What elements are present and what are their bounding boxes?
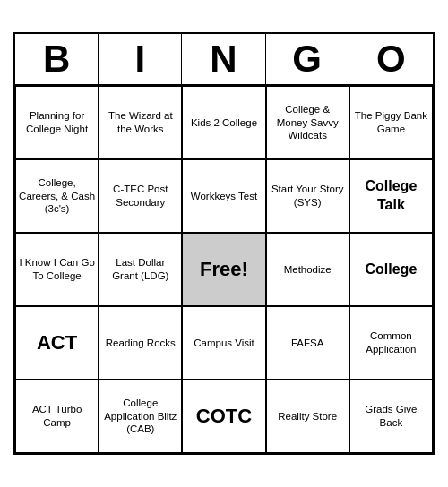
bingo-letter-i: I	[99, 34, 182, 84]
bingo-cell-22: COTC	[182, 380, 265, 453]
bingo-cell-6: C-TEC Post Secondary	[99, 159, 182, 233]
bingo-cell-20: ACT Turbo Camp	[15, 380, 99, 453]
bingo-cell-11: Last Dollar Grant (LDG)	[99, 233, 182, 306]
bingo-cell-21: College Application Blitz (CAB)	[99, 380, 182, 453]
bingo-cell-4: The Piggy Bank Game	[349, 86, 433, 159]
bingo-card: BINGO Planning for College NightThe Wiza…	[13, 32, 435, 455]
bingo-letter-g: G	[266, 34, 349, 84]
bingo-cell-23: Reality Store	[266, 380, 349, 453]
bingo-cell-5: College, Careers, & Cash (3c's)	[15, 159, 99, 233]
bingo-header: BINGO	[15, 34, 433, 86]
bingo-cell-10: I Know I Can Go To College	[15, 233, 99, 306]
bingo-cell-15: ACT	[15, 306, 99, 380]
bingo-letter-n: N	[182, 34, 265, 84]
bingo-cell-8: Start Your Story (SYS)	[266, 159, 349, 233]
bingo-cell-16: Reading Rocks	[99, 306, 182, 380]
bingo-cell-2: Kids 2 College	[182, 86, 265, 159]
bingo-cell-17: Campus Visit	[182, 306, 265, 380]
bingo-cell-18: FAFSA	[266, 306, 349, 380]
bingo-cell-9: College Talk	[349, 159, 433, 233]
bingo-cell-1: The Wizard at the Works	[99, 86, 182, 159]
bingo-cell-7: Workkeys Test	[182, 159, 265, 233]
bingo-letter-b: B	[15, 34, 99, 84]
bingo-grid: Planning for College NightThe Wizard at …	[15, 86, 433, 453]
bingo-letter-o: O	[349, 34, 433, 84]
bingo-cell-24: Grads Give Back	[349, 380, 433, 453]
bingo-cell-14: College	[349, 233, 433, 306]
bingo-cell-19: Common Application	[349, 306, 433, 380]
bingo-cell-13: Methodize	[266, 233, 349, 306]
bingo-cell-0: Planning for College Night	[15, 86, 99, 159]
bingo-cell-3: College & Money Savvy Wildcats	[266, 86, 349, 159]
bingo-cell-12: Free!	[182, 233, 265, 306]
